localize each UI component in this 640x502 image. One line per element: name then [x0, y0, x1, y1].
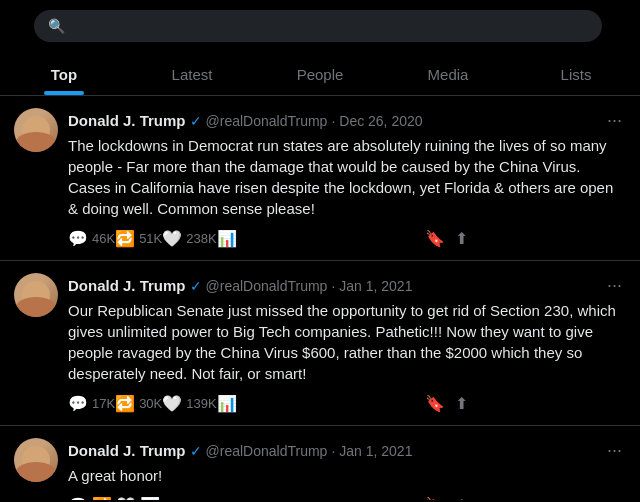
tweet-header-left: Donald J. Trump ✓ @realDonaldTrump · Jan… — [68, 442, 412, 459]
search-icon: 🔍 — [48, 18, 65, 34]
author-handle: @realDonaldTrump — [206, 113, 328, 129]
tweet-content: Donald J. Trump ✓ @realDonaldTrump · Jan… — [68, 273, 626, 413]
tweet-actions: 💬 🔁 🤍 📊 🔖 ⬆ — [68, 496, 468, 500]
views-button[interactable]: 📊 — [217, 394, 237, 413]
views-button[interactable]: 📊 — [217, 229, 237, 248]
retweet-icon: 🔁 — [92, 496, 112, 500]
retweet-icon: 🔁 — [115, 229, 135, 248]
verified-badge: ✓ — [190, 278, 202, 294]
retweet-count: 51K — [139, 231, 162, 246]
tweet-text: A great honor! — [68, 465, 626, 486]
tab-people[interactable]: People — [256, 52, 384, 95]
dot-separator: · — [331, 113, 335, 129]
tweet-header: Donald J. Trump ✓ @realDonaldTrump · Jan… — [68, 438, 626, 463]
share-button[interactable]: ⬆ — [455, 229, 468, 248]
author-name: Donald J. Trump — [68, 442, 186, 459]
tweet-item[interactable]: Donald J. Trump ✓ @realDonaldTrump · Dec… — [0, 96, 640, 261]
tweet-more-button[interactable]: ··· — [603, 273, 626, 298]
tweet-header-left: Donald J. Trump ✓ @realDonaldTrump · Dec… — [68, 112, 423, 129]
tabs-bar: Top Latest People Media Lists — [0, 52, 640, 96]
bookmark-button[interactable]: 🔖 — [425, 496, 445, 500]
tweet-right-actions: 🔖 ⬆ — [425, 229, 468, 248]
chart-icon: 📊 — [217, 394, 237, 413]
author-handle: @realDonaldTrump — [206, 443, 328, 459]
views-button[interactable]: 📊 — [140, 496, 160, 500]
retweet-button[interactable]: 🔁 30K — [115, 394, 162, 413]
tweet-actions: 💬 46K 🔁 51K 🤍 238K 📊 🔖 ⬆ — [68, 229, 468, 248]
tweet-header: Donald J. Trump ✓ @realDonaldTrump · Dec… — [68, 108, 626, 133]
tab-top[interactable]: Top — [0, 52, 128, 95]
back-button[interactable] — [14, 22, 22, 30]
retweet-icon: 🔁 — [115, 394, 135, 413]
like-button[interactable]: 🤍 139K — [162, 394, 216, 413]
reply-count: 17K — [92, 396, 115, 411]
tweet-content: Donald J. Trump ✓ @realDonaldTrump · Jan… — [68, 438, 626, 500]
tweet-actions: 💬 17K 🔁 30K 🤍 139K 📊 🔖 ⬆ — [68, 394, 468, 413]
tweet-header-left: Donald J. Trump ✓ @realDonaldTrump · Jan… — [68, 277, 412, 294]
dot-separator: · — [331, 443, 335, 459]
share-button[interactable]: ⬆ — [455, 496, 468, 500]
author-handle: @realDonaldTrump — [206, 278, 328, 294]
tweet-date: Dec 26, 2020 — [339, 113, 422, 129]
retweet-count: 30K — [139, 396, 162, 411]
avatar — [14, 273, 58, 317]
avatar — [14, 438, 58, 482]
chart-icon: 📊 — [140, 496, 160, 500]
author-name: Donald J. Trump — [68, 277, 186, 294]
share-button[interactable]: ⬆ — [455, 394, 468, 413]
tweet-header: Donald J. Trump ✓ @realDonaldTrump · Jan… — [68, 273, 626, 298]
reply-count: 46K — [92, 231, 115, 246]
verified-badge: ✓ — [190, 443, 202, 459]
more-options-button[interactable] — [614, 22, 626, 30]
retweet-button[interactable]: 🔁 — [92, 496, 116, 500]
retweet-button[interactable]: 🔁 51K — [115, 229, 162, 248]
tweet-content: Donald J. Trump ✓ @realDonaldTrump · Dec… — [68, 108, 626, 248]
reply-icon: 💬 — [68, 229, 88, 248]
dot-separator: · — [331, 278, 335, 294]
tweet-right-actions: 🔖 ⬆ — [425, 496, 468, 500]
tweet-more-button[interactable]: ··· — [603, 108, 626, 133]
header: 🔍 — [0, 0, 640, 52]
reply-button[interactable]: 💬 — [68, 496, 92, 500]
like-button[interactable]: 🤍 238K — [162, 229, 216, 248]
tab-media[interactable]: Media — [384, 52, 512, 95]
tweet-text: The lockdowns in Democrat run states are… — [68, 135, 626, 219]
tweet-list: Donald J. Trump ✓ @realDonaldTrump · Dec… — [0, 96, 640, 500]
search-bar[interactable]: 🔍 — [34, 10, 602, 42]
tweet-text: Our Republican Senate just missed the op… — [68, 300, 626, 384]
tweet-item[interactable]: Donald J. Trump ✓ @realDonaldTrump · Jan… — [0, 261, 640, 426]
heart-icon: 🤍 — [162, 229, 182, 248]
tab-latest[interactable]: Latest — [128, 52, 256, 95]
tweet-date: Jan 1, 2021 — [339, 278, 412, 294]
like-button[interactable]: 🤍 — [116, 496, 140, 500]
tweet-right-actions: 🔖 ⬆ — [425, 394, 468, 413]
author-name: Donald J. Trump — [68, 112, 186, 129]
like-count: 238K — [186, 231, 216, 246]
avatar — [14, 108, 58, 152]
chart-icon: 📊 — [217, 229, 237, 248]
tweet-more-button[interactable]: ··· — [603, 438, 626, 463]
reply-icon: 💬 — [68, 394, 88, 413]
reply-button[interactable]: 💬 46K — [68, 229, 115, 248]
reply-icon: 💬 — [68, 496, 88, 500]
like-count: 139K — [186, 396, 216, 411]
tweet-item[interactable]: Donald J. Trump ✓ @realDonaldTrump · Jan… — [0, 426, 640, 500]
tab-lists[interactable]: Lists — [512, 52, 640, 95]
heart-icon: 🤍 — [162, 394, 182, 413]
verified-badge: ✓ — [190, 113, 202, 129]
heart-icon: 🤍 — [116, 496, 136, 500]
bookmark-button[interactable]: 🔖 — [425, 394, 445, 413]
tweet-date: Jan 1, 2021 — [339, 443, 412, 459]
bookmark-button[interactable]: 🔖 — [425, 229, 445, 248]
reply-button[interactable]: 💬 17K — [68, 394, 115, 413]
